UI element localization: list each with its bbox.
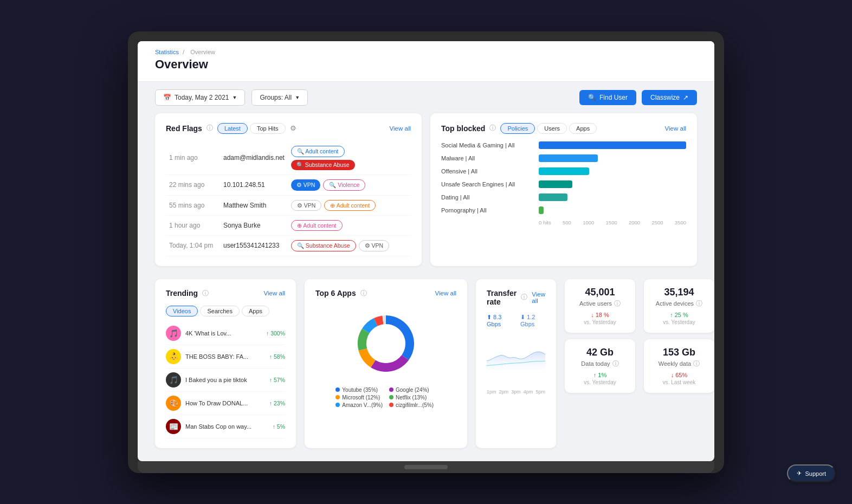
tab-apps[interactable]: Apps [569, 123, 597, 134]
legend-dot [335, 387, 340, 392]
tag-vpn[interactable]: ⚙ VPN [359, 240, 390, 251]
support-icon: ✈ [797, 470, 802, 477]
toolbar: 📅 Today, May 2 2021 ▼ Groups: All ▼ 🔍 Fi… [138, 82, 714, 113]
top-apps-view-all: View all [435, 290, 456, 296]
top-blocked-header: Top blocked ⓘ Policies Users Apps View a… [441, 123, 686, 134]
list-item: 📰Man Stabs Cop on way...↑ 5% [166, 415, 285, 438]
red-flags-card: Red Flags ⓘ Latest Top Hits ⚙ View all 1… [155, 113, 422, 266]
gear-icon-red-flags[interactable]: ⚙ [290, 124, 296, 132]
chevron-down-icon-groups: ▼ [295, 95, 300, 100]
chevron-down-icon: ▼ [233, 95, 237, 100]
tag-substance-abuse[interactable]: 🔍 Substance Abuse [291, 160, 355, 170]
donut-chart [348, 306, 424, 382]
red-flags-tabs: Latest Top Hits [217, 123, 286, 134]
view-all-top-apps[interactable]: View all [435, 290, 456, 296]
chart-axis: 0 hits 500 1000 1500 2000 2500 3500 [441, 219, 686, 225]
view-all-trending[interactable]: View all [264, 290, 285, 296]
blocked-row: Pornography | All [441, 206, 686, 214]
weekly-data-vs: vs. Last week [653, 379, 706, 385]
tab-apps-trending[interactable]: Apps [242, 306, 269, 316]
blocked-chart: Social Media & Gaming | AllMalware | All… [441, 141, 686, 214]
tag-substance-abuse[interactable]: 🔍 Substance Abuse [291, 240, 356, 251]
info-icon-top-blocked: ⓘ [489, 124, 496, 133]
tag-adult-content[interactable]: ⊕ Adult content [291, 220, 343, 231]
date-picker[interactable]: 📅 Today, May 2 2021 ▼ [155, 89, 245, 106]
breadcrumb-parent[interactable]: Statistics [155, 49, 179, 55]
tab-latest[interactable]: Latest [217, 123, 248, 134]
active-devices-number: 35,194 [653, 287, 706, 298]
donut-segment [386, 315, 414, 360]
trending-view-all: View all [264, 290, 285, 296]
legend-item: Microsoft (12%) [335, 395, 383, 400]
view-all-red-flags[interactable]: View all [390, 125, 411, 132]
trending-title: Trending [166, 289, 198, 298]
blocked-row: Social Media & Gaming | All [441, 141, 686, 149]
find-user-button[interactable]: 🔍 Find User [579, 90, 636, 105]
data-today-number: 42 Gb [573, 347, 627, 358]
data-today-label: Data today ⓘ [573, 359, 627, 369]
legend-dot [389, 387, 393, 392]
upload-stat: ⬆ 8.3 Gbps [487, 314, 512, 327]
stats-column-1: 45,001 Active users ⓘ ↓ 18 % vs. Yesterd… [565, 279, 635, 448]
red-flags-table: 1 min agoadam@midlandis.net🔍 Adult conte… [166, 141, 411, 256]
info-icon-active-devices: ⓘ [696, 299, 702, 308]
trending-header: Trending ⓘ View all [166, 289, 285, 298]
top-blocked-view-all: View all [665, 125, 686, 132]
tab-searches[interactable]: Searches [200, 306, 239, 316]
tab-policies[interactable]: Policies [500, 123, 535, 134]
legend-dot [335, 403, 340, 407]
download-stat: ⬇ 1.2 Gbps [520, 314, 545, 327]
tab-top-hits[interactable]: Top Hits [250, 123, 286, 134]
blocked-row: Offensive | All [441, 167, 686, 175]
active-devices-change: ↑ 25 % [653, 312, 706, 318]
tab-users[interactable]: Users [537, 123, 567, 134]
tag-adult-content[interactable]: 🔍 Adult content [291, 146, 345, 157]
transfer-rate-header: Transfer rate ⓘ View all [487, 289, 545, 306]
weekly-data-number: 153 Gb [653, 347, 706, 358]
external-link-icon: ↗ [683, 94, 688, 101]
line-chart-svg [487, 332, 545, 386]
info-icon-weekly-data: ⓘ [693, 359, 700, 369]
table-row: 22 mins ago10.101.248.51⚙ VPN🔍 Violence [166, 175, 411, 195]
transfer-x-axis: 1pm 2pm 3pm 4pm 5pm [487, 389, 545, 395]
legend-dot [335, 395, 340, 399]
active-users-card: 45,001 Active users ⓘ ↓ 18 % vs. Yesterd… [565, 279, 635, 333]
tag-adult-content[interactable]: ⊕ Adult content [324, 200, 376, 211]
active-users-change: ↓ 18 % [573, 312, 627, 318]
blocked-row: Dating | All [441, 193, 686, 201]
groups-dropdown[interactable]: Groups: All ▼ [251, 89, 308, 106]
breadcrumb-current: Overview [190, 49, 215, 55]
blocked-row: Unsafe Search Engines | All [441, 180, 686, 188]
stats-column-2: 35,194 Active devices ⓘ ↑ 25 % vs. Yeste… [644, 279, 714, 448]
list-item: 🎨How To Draw DONAL...↑ 23% [166, 392, 285, 415]
groups-label: Groups: All [260, 94, 292, 101]
classwize-button[interactable]: Classwize ↗ [642, 90, 697, 105]
weekly-data-change: ↓ 65% [653, 372, 706, 378]
view-all-transfer[interactable]: View all [532, 291, 545, 304]
tag-vpn[interactable]: ⚙ VPN [291, 200, 322, 211]
legend-item: Netflix (13%) [389, 395, 436, 400]
list-item: 👶THE BOSS BABY: FA...↑ 58% [166, 345, 285, 369]
view-all-top-blocked[interactable]: View all [665, 125, 686, 132]
tag-violence[interactable]: 🔍 Violence [323, 179, 365, 191]
weekly-data-label: Weekly data ⓘ [653, 359, 706, 369]
calendar-icon: 📅 [163, 94, 171, 101]
data-today-vs: vs. Yesterday [573, 379, 627, 385]
transfer-view-all: View all [532, 291, 545, 304]
info-icon-data-today: ⓘ [612, 359, 619, 369]
tag-vpn[interactable]: ⚙ VPN [291, 179, 321, 191]
main-content: Red Flags ⓘ Latest Top Hits ⚙ View all 1… [138, 113, 714, 279]
info-icon-trending: ⓘ [202, 289, 209, 298]
donut-chart-wrap: Youtube (35%)Google (24%)Microsoft (12%)… [315, 306, 456, 408]
support-button[interactable]: ✈ Support [787, 464, 836, 482]
tab-videos[interactable]: Videos [166, 306, 198, 316]
info-icon-transfer: ⓘ [521, 293, 527, 302]
info-icon-red-flags: ⓘ [206, 124, 213, 133]
legend-item: cizgifilmlr...(5%) [389, 402, 436, 408]
info-icon-active-users: ⓘ [614, 299, 621, 308]
app-header: Statistics / Overview Overview [138, 41, 714, 82]
table-row: 1 hour agoSonya Burke⊕ Adult content [166, 215, 411, 235]
bottom-row: Trending ⓘ View all Videos Searches Apps… [138, 279, 714, 461]
transfer-stats: ⬆ 8.3 Gbps ⬇ 1.2 Gbps [487, 314, 545, 327]
data-today-card: 42 Gb Data today ⓘ ↑ 1% vs. Yesterday [565, 339, 635, 393]
